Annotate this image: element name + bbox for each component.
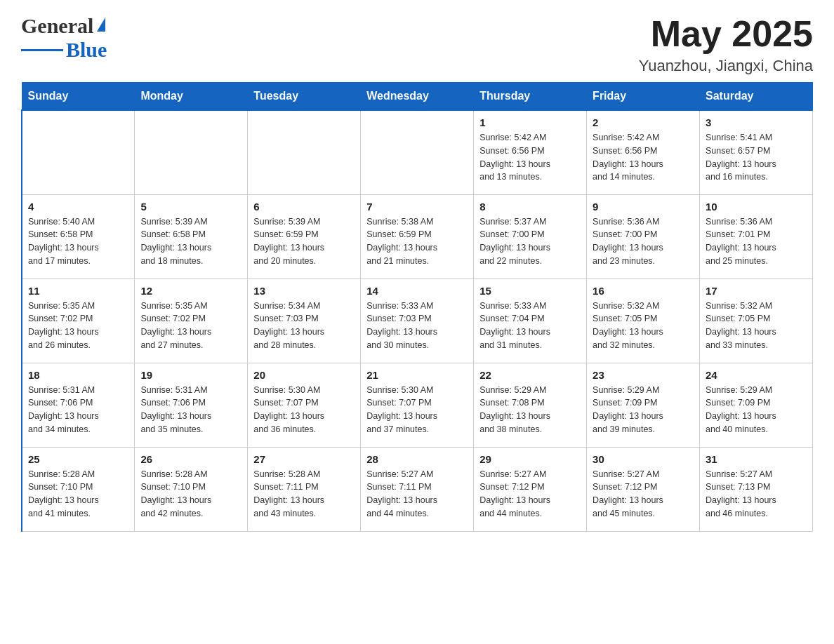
day-number: 18	[28, 369, 128, 381]
sun-info: Sunrise: 5:40 AM Sunset: 6:58 PM Dayligh…	[28, 215, 128, 268]
day-number: 31	[706, 453, 807, 465]
day-number: 13	[253, 285, 355, 297]
day-number: 6	[253, 201, 355, 213]
day-number: 2	[593, 116, 694, 128]
table-row: 21Sunrise: 5:30 AM Sunset: 7:07 PM Dayli…	[361, 363, 474, 447]
col-friday: Friday	[587, 83, 700, 111]
sun-info: Sunrise: 5:27 AM Sunset: 7:12 PM Dayligh…	[593, 468, 694, 521]
sun-info: Sunrise: 5:32 AM Sunset: 7:05 PM Dayligh…	[706, 300, 807, 352]
table-row: 12Sunrise: 5:35 AM Sunset: 7:02 PM Dayli…	[135, 279, 248, 363]
calendar-week-row: 1Sunrise: 5:42 AM Sunset: 6:56 PM Daylig…	[22, 110, 813, 194]
table-row	[22, 110, 135, 194]
day-number: 27	[253, 453, 355, 465]
sun-info: Sunrise: 5:33 AM Sunset: 7:04 PM Dayligh…	[479, 300, 581, 352]
table-row: 31Sunrise: 5:27 AM Sunset: 7:13 PM Dayli…	[700, 447, 813, 531]
day-number: 8	[479, 201, 581, 213]
table-row: 4Sunrise: 5:40 AM Sunset: 6:58 PM Daylig…	[22, 194, 135, 279]
calendar-header-row: Sunday Monday Tuesday Wednesday Thursday…	[22, 83, 813, 111]
table-row: 30Sunrise: 5:27 AM Sunset: 7:12 PM Dayli…	[587, 447, 700, 531]
sun-info: Sunrise: 5:28 AM Sunset: 7:11 PM Dayligh…	[253, 468, 355, 521]
sun-info: Sunrise: 5:36 AM Sunset: 7:01 PM Dayligh…	[706, 215, 807, 268]
table-row: 23Sunrise: 5:29 AM Sunset: 7:09 PM Dayli…	[587, 363, 700, 447]
sun-info: Sunrise: 5:42 AM Sunset: 6:56 PM Dayligh…	[593, 131, 694, 184]
table-row: 19Sunrise: 5:31 AM Sunset: 7:06 PM Dayli…	[135, 363, 248, 447]
sun-info: Sunrise: 5:30 AM Sunset: 7:07 PM Dayligh…	[253, 384, 355, 436]
sun-info: Sunrise: 5:27 AM Sunset: 7:13 PM Dayligh…	[706, 468, 807, 521]
col-monday: Monday	[135, 83, 248, 111]
sun-info: Sunrise: 5:36 AM Sunset: 7:00 PM Dayligh…	[593, 215, 694, 268]
table-row: 24Sunrise: 5:29 AM Sunset: 7:09 PM Dayli…	[700, 363, 813, 447]
sun-info: Sunrise: 5:31 AM Sunset: 7:06 PM Dayligh…	[28, 384, 128, 436]
sun-info: Sunrise: 5:39 AM Sunset: 6:59 PM Dayligh…	[253, 215, 355, 268]
sun-info: Sunrise: 5:29 AM Sunset: 7:08 PM Dayligh…	[479, 384, 581, 436]
col-tuesday: Tuesday	[248, 83, 361, 111]
col-saturday: Saturday	[700, 83, 813, 111]
calendar-week-row: 25Sunrise: 5:28 AM Sunset: 7:10 PM Dayli…	[22, 447, 813, 531]
day-number: 1	[479, 116, 581, 128]
day-number: 29	[479, 453, 581, 465]
table-row: 25Sunrise: 5:28 AM Sunset: 7:10 PM Dayli…	[22, 447, 135, 531]
day-number: 26	[140, 453, 241, 465]
day-number: 11	[28, 285, 128, 297]
table-row: 3Sunrise: 5:41 AM Sunset: 6:57 PM Daylig…	[700, 110, 813, 194]
table-row: 15Sunrise: 5:33 AM Sunset: 7:04 PM Dayli…	[474, 279, 587, 363]
table-row	[248, 110, 361, 194]
table-row: 2Sunrise: 5:42 AM Sunset: 6:56 PM Daylig…	[587, 110, 700, 194]
logo: General Blue	[21, 14, 107, 62]
sun-info: Sunrise: 5:27 AM Sunset: 7:12 PM Dayligh…	[479, 468, 581, 521]
day-number: 16	[593, 285, 694, 297]
sun-info: Sunrise: 5:38 AM Sunset: 6:59 PM Dayligh…	[366, 215, 468, 268]
sun-info: Sunrise: 5:31 AM Sunset: 7:06 PM Dayligh…	[140, 384, 241, 436]
day-number: 14	[366, 285, 468, 297]
table-row: 29Sunrise: 5:27 AM Sunset: 7:12 PM Dayli…	[474, 447, 587, 531]
table-row: 6Sunrise: 5:39 AM Sunset: 6:59 PM Daylig…	[248, 194, 361, 279]
sun-info: Sunrise: 5:29 AM Sunset: 7:09 PM Dayligh…	[706, 384, 807, 436]
location-subtitle: Yuanzhou, Jiangxi, China	[639, 57, 813, 75]
table-row: 13Sunrise: 5:34 AM Sunset: 7:03 PM Dayli…	[248, 279, 361, 363]
table-row: 5Sunrise: 5:39 AM Sunset: 6:58 PM Daylig…	[135, 194, 248, 279]
day-number: 20	[253, 369, 355, 381]
sun-info: Sunrise: 5:32 AM Sunset: 7:05 PM Dayligh…	[593, 300, 694, 352]
day-number: 23	[593, 369, 694, 381]
day-number: 28	[366, 453, 468, 465]
calendar-week-row: 4Sunrise: 5:40 AM Sunset: 6:58 PM Daylig…	[22, 194, 813, 279]
sun-info: Sunrise: 5:29 AM Sunset: 7:09 PM Dayligh…	[593, 384, 694, 436]
logo-general: General	[21, 14, 93, 38]
table-row: 20Sunrise: 5:30 AM Sunset: 7:07 PM Dayli…	[248, 363, 361, 447]
sun-info: Sunrise: 5:33 AM Sunset: 7:03 PM Dayligh…	[366, 300, 468, 352]
day-number: 21	[366, 369, 468, 381]
sun-info: Sunrise: 5:34 AM Sunset: 7:03 PM Dayligh…	[253, 300, 355, 352]
calendar-week-row: 18Sunrise: 5:31 AM Sunset: 7:06 PM Dayli…	[22, 363, 813, 447]
sun-info: Sunrise: 5:37 AM Sunset: 7:00 PM Dayligh…	[479, 215, 581, 268]
table-row: 18Sunrise: 5:31 AM Sunset: 7:06 PM Dayli…	[22, 363, 135, 447]
table-row: 7Sunrise: 5:38 AM Sunset: 6:59 PM Daylig…	[361, 194, 474, 279]
day-number: 19	[140, 369, 241, 381]
table-row: 26Sunrise: 5:28 AM Sunset: 7:10 PM Dayli…	[135, 447, 248, 531]
day-number: 3	[706, 116, 807, 128]
table-row: 9Sunrise: 5:36 AM Sunset: 7:00 PM Daylig…	[587, 194, 700, 279]
day-number: 25	[28, 453, 128, 465]
day-number: 10	[706, 201, 807, 213]
day-number: 30	[593, 453, 694, 465]
table-row: 1Sunrise: 5:42 AM Sunset: 6:56 PM Daylig…	[474, 110, 587, 194]
title-block: May 2025 Yuanzhou, Jiangxi, China	[639, 14, 813, 75]
col-wednesday: Wednesday	[361, 83, 474, 111]
sun-info: Sunrise: 5:41 AM Sunset: 6:57 PM Dayligh…	[706, 131, 807, 184]
table-row: 27Sunrise: 5:28 AM Sunset: 7:11 PM Dayli…	[248, 447, 361, 531]
day-number: 5	[140, 201, 241, 213]
sun-info: Sunrise: 5:42 AM Sunset: 6:56 PM Dayligh…	[479, 131, 581, 184]
logo-blue: Blue	[66, 38, 107, 62]
day-number: 4	[28, 201, 128, 213]
table-row: 17Sunrise: 5:32 AM Sunset: 7:05 PM Dayli…	[700, 279, 813, 363]
day-number: 22	[479, 369, 581, 381]
table-row: 8Sunrise: 5:37 AM Sunset: 7:00 PM Daylig…	[474, 194, 587, 279]
col-sunday: Sunday	[22, 83, 135, 111]
day-number: 17	[706, 285, 807, 297]
sun-info: Sunrise: 5:28 AM Sunset: 7:10 PM Dayligh…	[28, 468, 128, 521]
calendar-table: Sunday Monday Tuesday Wednesday Thursday…	[21, 82, 813, 532]
day-number: 7	[366, 201, 468, 213]
month-year-title: May 2025	[639, 14, 813, 54]
calendar-week-row: 11Sunrise: 5:35 AM Sunset: 7:02 PM Dayli…	[22, 279, 813, 363]
sun-info: Sunrise: 5:35 AM Sunset: 7:02 PM Dayligh…	[140, 300, 241, 352]
sun-info: Sunrise: 5:35 AM Sunset: 7:02 PM Dayligh…	[28, 300, 128, 352]
